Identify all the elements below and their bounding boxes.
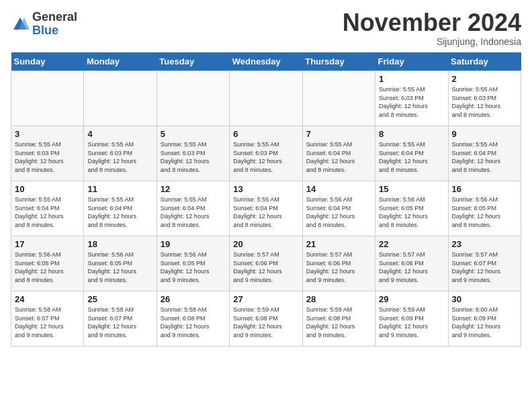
day-number: 22 (379, 239, 444, 249)
day-header-saturday: Saturday (448, 52, 521, 71)
calendar-cell (11, 71, 84, 126)
day-number: 20 (233, 239, 298, 249)
calendar-cell (302, 71, 375, 126)
calendar-cell: 9Sunrise: 5:55 AM Sunset: 6:04 PM Daylig… (448, 126, 521, 181)
day-header-monday: Monday (84, 52, 157, 71)
calendar-cell: 23Sunrise: 5:57 AM Sunset: 6:07 PM Dayli… (448, 236, 521, 291)
calendar-cell: 21Sunrise: 5:57 AM Sunset: 6:06 PM Dayli… (302, 236, 375, 291)
day-info: Sunrise: 5:59 AM Sunset: 6:08 PM Dayligh… (233, 306, 298, 339)
day-info: Sunrise: 5:58 AM Sunset: 6:08 PM Dayligh… (161, 306, 226, 339)
location: Sijunjung, Indonesia (343, 36, 521, 47)
day-number: 29 (379, 294, 444, 304)
day-number: 10 (15, 184, 80, 194)
day-info: Sunrise: 6:00 AM Sunset: 6:09 PM Dayligh… (452, 306, 517, 339)
calendar-header-row: SundayMondayTuesdayWednesdayThursdayFrid… (11, 52, 521, 71)
day-number: 9 (452, 129, 517, 139)
day-info: Sunrise: 5:55 AM Sunset: 6:04 PM Dayligh… (87, 195, 152, 229)
day-number: 15 (379, 184, 444, 194)
calendar-cell: 7Sunrise: 5:55 AM Sunset: 6:04 PM Daylig… (302, 126, 375, 181)
title-block: November 2024 Sijunjung, Indonesia (343, 11, 521, 47)
day-info: Sunrise: 5:55 AM Sunset: 6:04 PM Dayligh… (161, 195, 226, 229)
calendar-cell: 13Sunrise: 5:55 AM Sunset: 6:04 PM Dayli… (230, 181, 302, 236)
day-info: Sunrise: 5:55 AM Sunset: 6:03 PM Dayligh… (87, 140, 152, 174)
day-number: 4 (87, 129, 152, 139)
day-header-tuesday: Tuesday (157, 52, 229, 71)
calendar-week-row: 10Sunrise: 5:55 AM Sunset: 6:04 PM Dayli… (11, 181, 521, 236)
day-number: 30 (452, 294, 517, 304)
day-number: 6 (233, 129, 298, 139)
calendar-cell: 12Sunrise: 5:55 AM Sunset: 6:04 PM Dayli… (157, 181, 229, 236)
day-info: Sunrise: 5:55 AM Sunset: 6:03 PM Dayligh… (161, 140, 226, 174)
day-info: Sunrise: 5:55 AM Sunset: 6:04 PM Dayligh… (452, 140, 517, 174)
calendar-body: 1Sunrise: 5:55 AM Sunset: 6:03 PM Daylig… (11, 71, 521, 347)
day-number: 18 (87, 239, 152, 249)
day-info: Sunrise: 5:59 AM Sunset: 6:09 PM Dayligh… (379, 306, 444, 339)
calendar-cell (230, 71, 302, 126)
day-info: Sunrise: 5:55 AM Sunset: 6:04 PM Dayligh… (233, 195, 298, 229)
day-number: 11 (87, 184, 152, 194)
calendar-cell: 4Sunrise: 5:55 AM Sunset: 6:03 PM Daylig… (84, 126, 157, 181)
calendar-cell: 29Sunrise: 5:59 AM Sunset: 6:09 PM Dayli… (375, 291, 448, 347)
calendar-cell: 18Sunrise: 5:56 AM Sunset: 6:05 PM Dayli… (84, 236, 157, 291)
calendar-cell: 1Sunrise: 5:55 AM Sunset: 6:03 PM Daylig… (375, 71, 448, 126)
day-number: 25 (87, 294, 152, 304)
day-number: 2 (452, 74, 517, 84)
calendar-week-row: 24Sunrise: 5:58 AM Sunset: 6:07 PM Dayli… (11, 291, 521, 347)
day-number: 3 (15, 129, 80, 139)
calendar-week-row: 3Sunrise: 5:55 AM Sunset: 6:03 PM Daylig… (11, 126, 521, 181)
day-number: 14 (306, 184, 371, 194)
calendar-cell: 28Sunrise: 5:59 AM Sunset: 6:08 PM Dayli… (302, 291, 375, 347)
day-info: Sunrise: 5:58 AM Sunset: 6:07 PM Dayligh… (15, 306, 80, 339)
calendar-cell: 22Sunrise: 5:57 AM Sunset: 6:06 PM Dayli… (375, 236, 448, 291)
calendar-cell: 15Sunrise: 5:56 AM Sunset: 6:05 PM Dayli… (375, 181, 448, 236)
day-number: 16 (452, 184, 517, 194)
calendar-cell: 5Sunrise: 5:55 AM Sunset: 6:03 PM Daylig… (157, 126, 229, 181)
calendar-cell: 16Sunrise: 5:56 AM Sunset: 6:05 PM Dayli… (448, 181, 521, 236)
calendar-cell: 2Sunrise: 5:55 AM Sunset: 6:03 PM Daylig… (448, 71, 521, 126)
day-number: 19 (161, 239, 226, 249)
day-info: Sunrise: 5:55 AM Sunset: 6:04 PM Dayligh… (379, 140, 444, 174)
calendar-cell: 10Sunrise: 5:55 AM Sunset: 6:04 PM Dayli… (11, 181, 84, 236)
logo-icon (11, 15, 30, 34)
calendar-cell: 3Sunrise: 5:55 AM Sunset: 6:03 PM Daylig… (11, 126, 84, 181)
calendar-week-row: 17Sunrise: 5:56 AM Sunset: 6:05 PM Dayli… (11, 236, 521, 291)
day-number: 28 (306, 294, 371, 304)
day-info: Sunrise: 5:55 AM Sunset: 6:03 PM Dayligh… (379, 85, 444, 119)
day-info: Sunrise: 5:59 AM Sunset: 6:08 PM Dayligh… (306, 306, 371, 339)
day-info: Sunrise: 5:57 AM Sunset: 6:07 PM Dayligh… (452, 250, 517, 284)
day-info: Sunrise: 5:55 AM Sunset: 6:03 PM Dayligh… (452, 85, 517, 119)
calendar-cell: 14Sunrise: 5:56 AM Sunset: 6:04 PM Dayli… (302, 181, 375, 236)
day-number: 13 (233, 184, 298, 194)
day-info: Sunrise: 5:57 AM Sunset: 6:06 PM Dayligh… (379, 250, 444, 284)
day-info: Sunrise: 5:56 AM Sunset: 6:05 PM Dayligh… (452, 195, 517, 229)
day-number: 5 (161, 129, 226, 139)
calendar-cell: 26Sunrise: 5:58 AM Sunset: 6:08 PM Dayli… (157, 291, 229, 347)
day-info: Sunrise: 5:56 AM Sunset: 6:05 PM Dayligh… (379, 195, 444, 229)
day-info: Sunrise: 5:55 AM Sunset: 6:03 PM Dayligh… (233, 140, 298, 174)
calendar-cell: 19Sunrise: 5:56 AM Sunset: 6:05 PM Dayli… (157, 236, 229, 291)
month-title: November 2024 (343, 11, 521, 35)
day-info: Sunrise: 5:56 AM Sunset: 6:04 PM Dayligh… (306, 195, 371, 229)
calendar-cell: 27Sunrise: 5:59 AM Sunset: 6:08 PM Dayli… (230, 291, 302, 347)
day-info: Sunrise: 5:55 AM Sunset: 6:04 PM Dayligh… (306, 140, 371, 174)
day-info: Sunrise: 5:55 AM Sunset: 6:03 PM Dayligh… (15, 140, 80, 174)
day-header-thursday: Thursday (302, 52, 375, 71)
day-header-sunday: Sunday (11, 52, 84, 71)
page-header: General Blue November 2024 Sijunjung, In… (11, 11, 521, 47)
day-info: Sunrise: 5:58 AM Sunset: 6:07 PM Dayligh… (87, 306, 152, 339)
day-number: 27 (233, 294, 298, 304)
day-number: 24 (15, 294, 80, 304)
calendar-cell (84, 71, 157, 126)
day-number: 12 (161, 184, 226, 194)
day-header-friday: Friday (375, 52, 448, 71)
day-info: Sunrise: 5:56 AM Sunset: 6:05 PM Dayligh… (15, 250, 80, 284)
day-number: 26 (161, 294, 226, 304)
calendar-cell: 25Sunrise: 5:58 AM Sunset: 6:07 PM Dayli… (84, 291, 157, 347)
day-number: 17 (15, 239, 80, 249)
calendar-cell: 24Sunrise: 5:58 AM Sunset: 6:07 PM Dayli… (11, 291, 84, 347)
logo: General Blue (11, 11, 77, 38)
calendar-cell: 11Sunrise: 5:55 AM Sunset: 6:04 PM Dayli… (84, 181, 157, 236)
calendar-cell: 6Sunrise: 5:55 AM Sunset: 6:03 PM Daylig… (230, 126, 302, 181)
day-number: 7 (306, 129, 371, 139)
day-info: Sunrise: 5:56 AM Sunset: 6:05 PM Dayligh… (161, 250, 226, 284)
